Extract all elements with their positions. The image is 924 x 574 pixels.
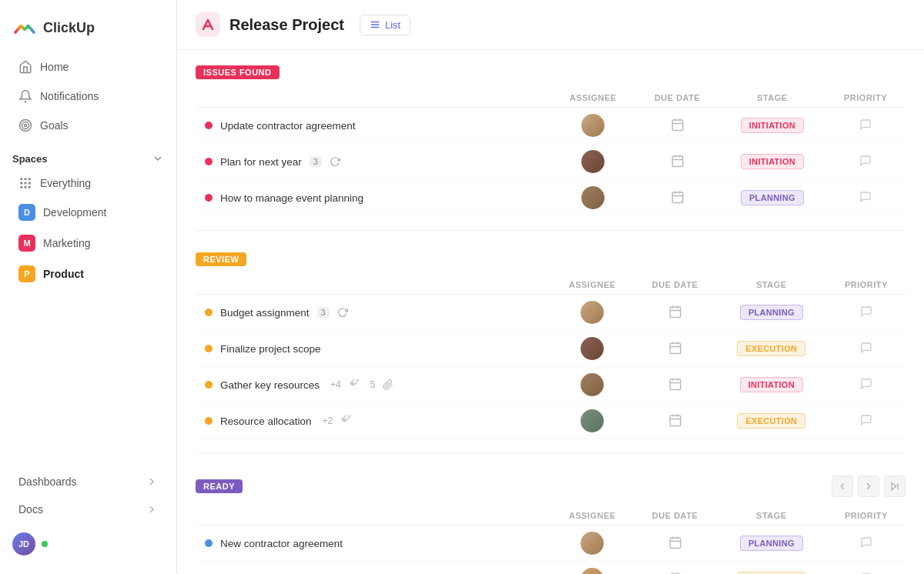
task-due-date[interactable]	[635, 108, 718, 144]
svg-rect-7	[25, 182, 27, 185]
sidebar-item-product-label: Product	[43, 268, 84, 280]
task-priority	[825, 144, 906, 180]
logo[interactable]: ClickUp	[0, 9, 176, 52]
task-due-date[interactable]	[634, 526, 715, 562]
task-name[interactable]: How to manage event planning	[220, 192, 363, 204]
task-assignee	[551, 180, 635, 216]
task-name[interactable]: Plan for next year	[220, 156, 302, 168]
calendar-icon	[668, 341, 682, 355]
chevron-right-icon	[146, 476, 158, 488]
arrow-right-icon	[863, 481, 874, 492]
table-row: Refresh company website 5	[196, 562, 906, 575]
task-dot	[205, 539, 213, 547]
skip-forward-icon	[889, 481, 900, 492]
task-priority	[827, 331, 906, 367]
task-stage: EXECUTION	[716, 331, 827, 367]
task-due-date[interactable]	[634, 331, 715, 367]
task-name[interactable]: New contractor agreement	[220, 538, 343, 549]
sidebar-item-product[interactable]: P Product	[6, 259, 170, 289]
toolbar-btn-skip[interactable]	[884, 476, 906, 497]
task-assignee	[551, 295, 634, 331]
task-assignee	[551, 562, 634, 575]
sidebar-item-dashboards-label: Dashboards	[18, 476, 77, 488]
task-name-cell: Plan for next year 3	[196, 144, 551, 180]
toolbar-btn-right[interactable]	[858, 476, 879, 497]
svg-point-37	[352, 382, 353, 384]
sidebar-item-marketing[interactable]: M Marketing	[6, 229, 170, 258]
sidebar-item-home[interactable]: Home	[6, 53, 170, 81]
task-due-date[interactable]	[634, 403, 715, 439]
svg-rect-21	[672, 156, 683, 167]
svg-point-2	[25, 125, 27, 127]
user-profile-area[interactable]: JD	[0, 523, 176, 565]
ready-toolbar	[832, 476, 906, 497]
task-name[interactable]: Gather key resources	[220, 379, 320, 391]
svg-rect-3	[20, 178, 22, 180]
stage-badge: PLANNING	[741, 190, 804, 205]
avatar	[581, 301, 604, 324]
review-col-date: DUE DATE	[634, 275, 715, 295]
issues-badge: ISSUES FOUND	[196, 65, 280, 79]
sidebar-item-notifications[interactable]: Notifications	[6, 82, 170, 110]
refresh-icon	[337, 307, 348, 318]
sidebar-item-goals[interactable]: Goals	[6, 112, 170, 139]
task-due-date[interactable]	[635, 144, 718, 180]
product-dot: P	[18, 265, 35, 282]
sidebar-item-everything[interactable]: Everything	[6, 170, 170, 196]
task-name-cell: Budget assignment 3	[196, 295, 551, 331]
calendar-icon	[668, 377, 682, 391]
task-dot	[205, 122, 213, 129]
task-due-date[interactable]	[634, 295, 715, 331]
task-assignee	[551, 403, 634, 439]
task-name[interactable]: Resource allocation	[220, 415, 312, 427]
svg-rect-4	[25, 178, 27, 180]
task-due-date[interactable]	[634, 367, 715, 403]
sidebar-item-docs[interactable]: Docs	[6, 496, 170, 522]
sidebar-item-development[interactable]: D Development	[6, 198, 170, 227]
list-view-button[interactable]: List	[360, 15, 410, 35]
home-icon	[18, 60, 32, 74]
avatar	[581, 373, 604, 396]
task-stage: EXECUTION	[716, 403, 827, 439]
svg-point-1	[22, 122, 29, 129]
sidebar-item-dashboards[interactable]: Dashboards	[6, 469, 170, 495]
arrow-left-icon	[837, 481, 848, 492]
svg-rect-43	[670, 415, 681, 426]
svg-rect-10	[25, 186, 27, 189]
sidebar-item-docs-label: Docs	[18, 503, 43, 516]
review-col-priority: PRIORITY	[827, 275, 906, 295]
svg-rect-9	[20, 186, 22, 189]
sidebar-item-development-label: Development	[43, 206, 107, 219]
task-priority	[827, 562, 906, 575]
task-due-date[interactable]	[634, 562, 715, 575]
calendar-icon	[668, 305, 682, 319]
ready-col-stage: STAGE	[716, 506, 827, 526]
issues-col-date: DUE DATE	[635, 88, 718, 108]
ready-col-name	[196, 506, 551, 526]
project-icon	[196, 12, 220, 37]
task-assignee	[551, 144, 635, 180]
review-col-stage: STAGE	[716, 275, 827, 295]
task-stage: EXECUTION	[716, 562, 827, 575]
task-name-cell: Refresh company website 5	[196, 562, 551, 575]
avatar	[581, 186, 604, 209]
task-name-cell: Update contractor agreement	[196, 108, 551, 144]
task-stage: INITIATION	[716, 367, 827, 403]
attachment-count: 5	[370, 379, 376, 390]
calendar-icon	[668, 536, 682, 549]
task-assignee	[551, 108, 635, 144]
task-name[interactable]: Budget assignment	[220, 307, 310, 319]
svg-rect-17	[672, 120, 683, 131]
task-due-date[interactable]	[635, 180, 718, 216]
task-assignee	[551, 526, 634, 562]
task-name[interactable]: Update contractor agreement	[220, 120, 356, 132]
svg-rect-25	[672, 192, 683, 203]
target-icon	[18, 118, 32, 132]
chevron-down-icon[interactable]	[152, 152, 164, 165]
bell-icon	[18, 89, 32, 103]
task-name[interactable]: Finalize project scope	[220, 343, 321, 355]
toolbar-btn-left[interactable]	[832, 476, 853, 497]
table-row: Finalize project scope EXECUTION	[196, 331, 906, 367]
user-avatar: JD	[12, 532, 35, 556]
stage-badge: INITIATION	[741, 118, 804, 133]
